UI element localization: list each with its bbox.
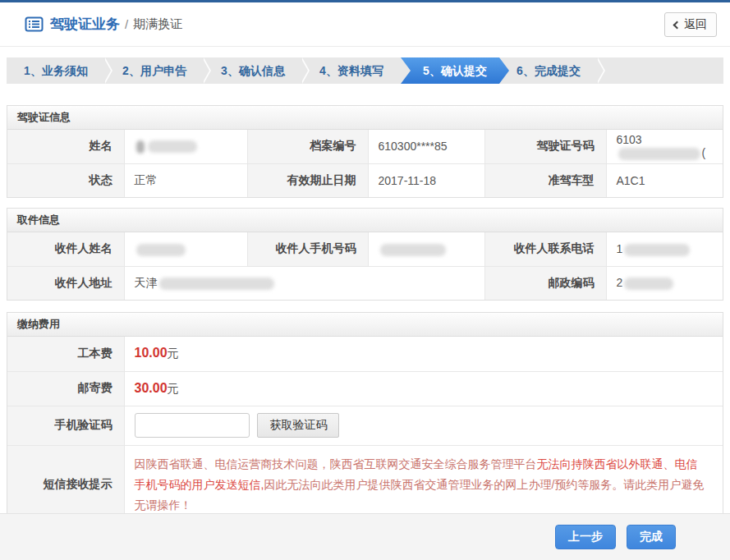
table-row: 工本费 10.00元 <box>7 337 723 371</box>
recipient-mobile-label: 收件人手机号码 <box>247 232 368 266</box>
pickup-section-title: 取件信息 <box>7 209 723 232</box>
fees-table: 工本费 10.00元 邮寄费 30.00元 手机验证码 获取验证码 短信接收提示… <box>7 337 723 524</box>
footer-action-bar: 上一步 完成 <box>0 513 730 560</box>
page-subtitle: 期满换证 <box>133 16 182 32</box>
back-button-label: 返回 <box>684 17 707 32</box>
pickup-info-section: 取件信息 收件人姓名 收件人手机号码 收件人联系电话 1 收件人地址 天津 邮政… <box>7 208 723 301</box>
pickup-info-table: 收件人姓名 收件人手机号码 收件人联系电话 1 收件人地址 天津 邮政编码 2 <box>7 232 723 300</box>
table-row: 手机验证码 获取验证码 <box>7 406 723 445</box>
postcode-value: 2 <box>606 266 723 300</box>
redacted-value <box>380 244 446 256</box>
finish-button[interactable]: 完成 <box>627 525 676 549</box>
step-4-fill-material: 4、资料填写 <box>302 57 401 84</box>
redacted-value <box>624 278 673 290</box>
back-button[interactable]: 返回 <box>664 12 717 37</box>
expiry-date-label: 有效期止日期 <box>247 163 368 197</box>
recipient-address-label: 收件人地址 <box>7 266 124 300</box>
recipient-name-value <box>124 232 247 266</box>
name-label: 姓名 <box>7 130 124 163</box>
chevron-left-icon <box>673 21 682 29</box>
step-6-finish-submit: 6、完成提交 <box>499 57 598 84</box>
status-value: 正常 <box>124 163 247 197</box>
get-sms-code-button[interactable]: 获取验证码 <box>257 413 339 438</box>
recipient-name-label: 收件人姓名 <box>7 232 124 266</box>
redacted-value <box>159 278 274 290</box>
recipient-mobile-value <box>368 232 484 266</box>
mail-fee-label: 邮寄费 <box>7 371 124 406</box>
previous-step-button[interactable]: 上一步 <box>555 525 616 549</box>
title-separator: / <box>125 17 128 31</box>
table-row: 姓名 档案编号 610300****85 驾驶证号码 6103( <box>7 130 723 163</box>
work-fee-unit: 元 <box>168 347 179 360</box>
page-title: 驾驶证业务 <box>50 15 120 34</box>
step-progress-bar: 1、业务须知 2、用户申告 3、确认信息 4、资料填写 5、确认提交 6、完成提… <box>7 57 723 84</box>
table-row: 短信接收提示 因陕西省联通、电信运营商技术问题，陕西省互联网交通安全综合服务管理… <box>7 445 723 524</box>
table-row: 收件人地址 天津 邮政编码 2 <box>7 266 723 300</box>
step-1-business-notice: 1、业务须知 <box>7 57 105 84</box>
table-row: 邮寄费 30.00元 <box>7 371 723 406</box>
license-section-title: 驾驶证信息 <box>7 106 723 130</box>
step-bar-filler <box>598 57 723 84</box>
work-fee-amount: 10.00 <box>135 346 168 360</box>
license-info-table: 姓名 档案编号 610300****85 驾驶证号码 6103( 状态 正常 有… <box>7 130 723 197</box>
sms-notice-text: 因陕西省联通、电信运营商技术问题，陕西省互联网交通安全综合服务管理平台无法向持陕… <box>124 445 723 524</box>
status-label: 状态 <box>7 163 124 197</box>
step-3-confirm-info: 3、确认信息 <box>204 57 302 84</box>
step-2-user-declaration: 2、用户申告 <box>105 57 204 84</box>
mail-fee-value: 30.00元 <box>124 371 723 406</box>
sms-notice-part1: 因陕西省联通、电信运营商技术问题，陕西省互联网交通安全综合服务管理平台 <box>135 457 537 470</box>
redacted-value <box>618 148 700 160</box>
page-header: 驾驶证业务 / 期满换证 返回 <box>0 2 730 47</box>
vehicle-class-label: 准驾车型 <box>484 163 606 197</box>
redacted-value <box>136 244 186 256</box>
sms-code-input[interactable] <box>135 413 250 438</box>
redacted-value <box>148 140 197 153</box>
recipient-phone-label: 收件人联系电话 <box>484 232 606 266</box>
table-row: 状态 正常 有效期止日期 2017-11-18 准驾车型 A1C1 <box>7 163 723 197</box>
fees-section-title: 缴纳费用 <box>7 313 723 337</box>
mail-fee-unit: 元 <box>168 382 179 395</box>
sms-code-label: 手机验证码 <box>7 406 124 445</box>
redacted-value <box>624 244 690 256</box>
license-number-label: 驾驶证号码 <box>484 130 606 163</box>
license-number-value: 6103( <box>606 130 723 163</box>
recipient-phone-value: 1 <box>606 232 723 266</box>
step-5-confirm-submit: 5、确认提交 <box>401 57 509 84</box>
expiry-date-value: 2017-11-18 <box>368 163 484 197</box>
recipient-address-value: 天津 <box>124 266 484 300</box>
table-row: 收件人姓名 收件人手机号码 收件人联系电话 1 <box>7 232 723 266</box>
work-fee-label: 工本费 <box>7 337 124 371</box>
file-number-value: 610300****85 <box>368 130 484 163</box>
work-fee-value: 10.00元 <box>124 337 723 371</box>
sms-notice-label: 短信接收提示 <box>7 445 124 524</box>
postcode-label: 邮政编码 <box>484 266 606 300</box>
vehicle-class-value: A1C1 <box>606 163 723 197</box>
license-info-section: 驾驶证信息 姓名 档案编号 610300****85 驾驶证号码 6103( 状… <box>7 105 723 198</box>
file-number-label: 档案编号 <box>247 130 368 163</box>
name-value <box>124 130 247 163</box>
fees-section: 缴纳费用 工本费 10.00元 邮寄费 30.00元 手机验证码 获取验证码 短… <box>7 312 723 525</box>
sms-code-cell: 获取验证码 <box>124 406 723 445</box>
document-list-icon <box>25 16 44 32</box>
mail-fee-amount: 30.00 <box>135 381 168 395</box>
